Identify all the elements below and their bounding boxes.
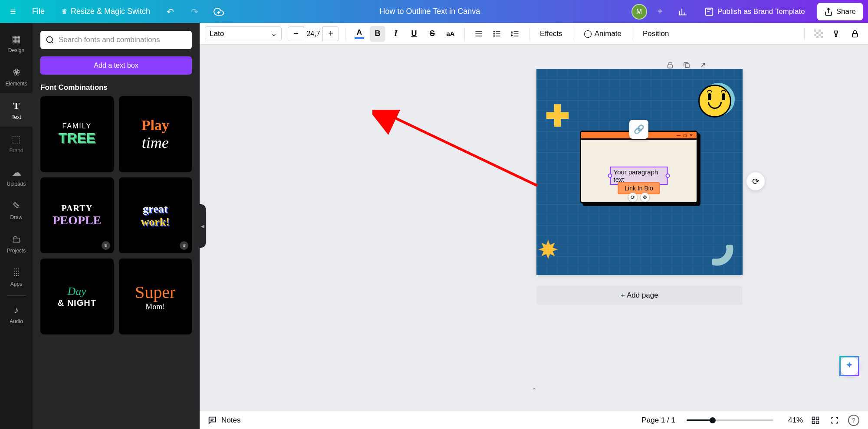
grid-view-button[interactable]	[809, 414, 822, 427]
publish-label: Publish as Brand Template	[717, 7, 805, 16]
svg-point-2	[494, 31, 495, 32]
list-button[interactable]	[489, 26, 505, 42]
font-size-increase-button[interactable]: +	[323, 26, 339, 41]
expand-page-button[interactable]	[698, 60, 708, 70]
add-collaborator-button[interactable]: +	[652, 4, 668, 20]
add-page-button[interactable]: + Add page	[536, 286, 743, 305]
redo-button[interactable]: ↷	[185, 2, 204, 21]
text-color-button[interactable]: A	[352, 26, 367, 42]
left-rail: ▦Design ❀Elements TText ⬚Brand ☁Uploads …	[0, 23, 33, 429]
document-title[interactable]: How to Outline Text in Canva	[233, 7, 626, 16]
plus-graphic[interactable]: ✚	[544, 103, 570, 129]
text-case-button[interactable]: aA	[443, 26, 458, 42]
italic-button[interactable]: I	[388, 26, 404, 42]
file-menu[interactable]: File	[26, 3, 51, 20]
font-combo-family-tree[interactable]: FAMILY TREE	[40, 96, 114, 172]
rail-apps[interactable]: ⦙⦙⦙Apps	[0, 260, 33, 294]
link-button[interactable]: 🔗	[629, 120, 648, 139]
chevron-down-icon: ⌄	[271, 29, 277, 38]
strikethrough-button[interactable]: S	[424, 26, 440, 42]
font-combo-super-mom[interactable]: Super Mom!	[119, 259, 192, 334]
resize-label: Resize & Magic Switch	[71, 7, 150, 16]
svg-rect-9	[821, 32, 823, 34]
resize-handle-right[interactable]	[666, 174, 670, 178]
font-combinations-heading: Font Combinations	[40, 83, 192, 92]
transparency-button[interactable]	[811, 26, 826, 42]
share-button[interactable]: Share	[817, 3, 863, 20]
collapse-footer-button[interactable]: ⌃	[521, 388, 547, 393]
effects-button[interactable]: Effects	[536, 26, 567, 42]
premium-badge-icon: ♛	[180, 241, 188, 250]
resize-magic-switch-button[interactable]: ♛ Resize & Magic Switch	[56, 3, 155, 20]
svg-point-4	[494, 36, 495, 36]
burst-graphic[interactable]	[536, 237, 561, 262]
copy-style-button[interactable]	[829, 26, 845, 42]
animate-icon: ◯	[584, 29, 592, 38]
lock-button[interactable]	[847, 26, 863, 42]
svg-rect-6	[814, 29, 816, 32]
rail-text[interactable]: TText	[0, 93, 33, 127]
font-search-input[interactable]	[40, 31, 192, 49]
svg-rect-8	[816, 32, 819, 34]
regenerate-button[interactable]: ⟳	[746, 172, 765, 190]
rail-design[interactable]: ▦Design	[0, 26, 33, 60]
notes-button[interactable]: Notes	[207, 416, 240, 425]
animate-button[interactable]: ◯ Animate	[579, 26, 626, 42]
move-handle[interactable]: ✥	[640, 193, 650, 202]
fullscreen-button[interactable]	[828, 414, 841, 427]
duplicate-page-button[interactable]	[682, 60, 691, 70]
text-align-button[interactable]	[471, 26, 487, 42]
rail-brand[interactable]: ⬚Brand	[0, 127, 33, 160]
svg-rect-10	[814, 34, 816, 36]
svg-rect-16	[685, 64, 689, 68]
zoom-slider[interactable]	[687, 419, 773, 421]
bold-button[interactable]: B	[370, 26, 385, 42]
premium-badge-icon: ♛	[102, 241, 110, 250]
rail-draw[interactable]: ✎Draw	[0, 193, 33, 227]
text-panel: Add a text box Font Combinations FAMILY …	[33, 23, 200, 429]
undo-button[interactable]: ↶	[161, 2, 180, 21]
crown-icon: ♛	[61, 7, 67, 16]
smiley-graphic[interactable]	[698, 83, 735, 119]
page-lock-icon[interactable]	[665, 60, 675, 70]
rail-uploads[interactable]: ☁Uploads	[0, 160, 33, 193]
hamburger-menu-button[interactable]: ≡	[5, 4, 21, 20]
rotate-handle[interactable]: ⟳	[628, 193, 638, 202]
svg-rect-18	[812, 417, 815, 419]
font-combo-play-time[interactable]: Play time	[119, 96, 192, 172]
svg-rect-14	[852, 33, 858, 37]
analytics-button[interactable]	[673, 2, 692, 21]
design-canvas[interactable]: ✚ —▢✕ 🔗 Your paragraph text Link In Bi	[536, 69, 743, 275]
add-text-box-button[interactable]: Add a text box	[40, 56, 192, 75]
share-label: Share	[836, 7, 856, 16]
underline-button[interactable]: U	[406, 26, 422, 42]
font-size-decrease-button[interactable]: −	[288, 26, 304, 41]
search-field[interactable]	[59, 36, 187, 44]
svg-rect-15	[668, 65, 673, 68]
help-button[interactable]: ?	[847, 414, 860, 427]
svg-point-3	[494, 33, 495, 34]
font-family-select[interactable]: Lato ⌄	[205, 26, 282, 41]
text-toolbar: Lato ⌄ − + A B I U S aA	[200, 23, 868, 45]
svg-point-1	[47, 37, 53, 43]
publish-brand-template-button[interactable]: Publish as Brand Template	[697, 3, 812, 20]
position-button[interactable]: Position	[638, 26, 673, 42]
arc-graphic[interactable]	[712, 245, 743, 275]
magic-ai-button[interactable]	[839, 356, 859, 376]
svg-rect-19	[816, 417, 819, 419]
font-size-input[interactable]	[304, 26, 323, 41]
font-combo-party-people[interactable]: PARTY PEOPLE ♛	[40, 177, 114, 253]
rail-elements[interactable]: ❀Elements	[0, 60, 33, 93]
font-combo-great-work[interactable]: great work! ♛	[119, 177, 192, 253]
window-graphic[interactable]: —▢✕ 🔗 Your paragraph text Link In Bio ⟳ …	[580, 131, 698, 203]
svg-line-17	[391, 116, 537, 186]
svg-rect-20	[812, 421, 815, 423]
rail-projects[interactable]: 🗀Projects	[0, 227, 33, 260]
cloud-sync-icon[interactable]	[209, 2, 228, 21]
user-avatar[interactable]: M	[631, 4, 647, 20]
font-combo-day-night[interactable]: Day & NIGHT	[40, 259, 114, 334]
rail-audio[interactable]: ♪Audio	[0, 298, 33, 331]
zoom-percentage[interactable]: 41%	[788, 416, 803, 425]
spacing-button[interactable]	[507, 26, 523, 42]
resize-handle-left[interactable]	[608, 174, 612, 178]
